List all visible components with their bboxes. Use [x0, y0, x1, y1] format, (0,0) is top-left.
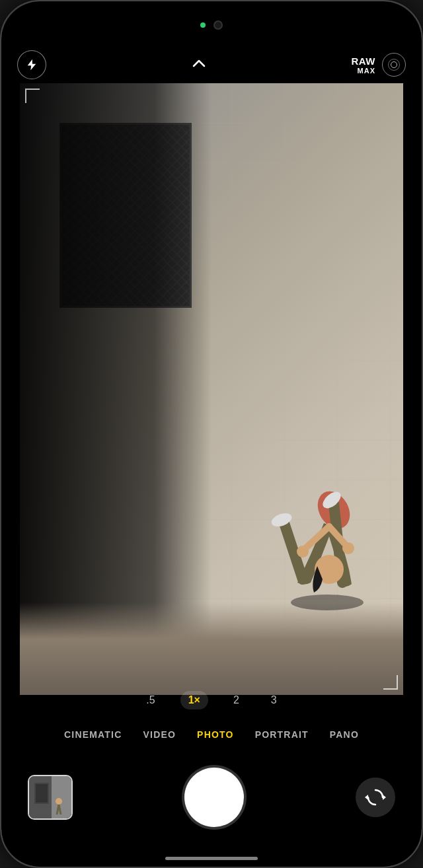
thumbnail-preview [29, 776, 73, 820]
max-label: MAX [352, 67, 376, 75]
flash-icon [25, 58, 38, 71]
flip-camera-button[interactable] [356, 778, 395, 817]
mode-video[interactable]: VIDEO [133, 724, 187, 745]
mode-photo[interactable]: PHOTO [186, 724, 245, 745]
svg-point-9 [342, 542, 354, 554]
photo-thumbnail[interactable] [28, 775, 73, 820]
flip-camera-icon [364, 786, 387, 809]
flash-button[interactable] [17, 50, 46, 79]
camera-scene [20, 83, 403, 695]
shutter-button[interactable] [184, 768, 244, 827]
zoom-2x-button[interactable]: 2 [227, 690, 246, 710]
bottom-controls [1, 754, 422, 840]
viewfinder[interactable] [20, 83, 403, 695]
thumbnail-image [29, 776, 71, 818]
status-indicator [200, 22, 206, 28]
chevron-up-icon [190, 54, 208, 73]
svg-point-8 [297, 546, 309, 558]
mode-pano[interactable]: PANO [319, 724, 369, 745]
corner-bracket-tl [25, 89, 40, 103]
facetime-camera [213, 20, 223, 30]
home-indicator[interactable] [165, 857, 258, 860]
person-figure [231, 378, 377, 629]
svg-point-15 [56, 798, 62, 805]
live-circles-icon [387, 57, 401, 72]
expand-button[interactable] [190, 54, 208, 75]
raw-label: RAW [352, 55, 376, 67]
zoom-controls: .5 1× 2 3 [1, 686, 422, 715]
svg-marker-18 [383, 795, 386, 800]
raw-max-indicator[interactable]: RAW MAX [352, 55, 376, 75]
mode-cinematic[interactable]: CINEMATIC [54, 724, 133, 745]
svg-point-10 [291, 595, 364, 610]
dynamic-island [169, 13, 254, 37]
mode-selector: CINEMATIC VIDEO PHOTO PORTRAIT PANO [1, 720, 422, 749]
zoom-3x-button[interactable]: 3 [264, 690, 284, 710]
phone-frame: RAW MAX [0, 0, 423, 868]
svg-marker-19 [365, 795, 368, 800]
zoom-05-button[interactable]: .5 [139, 690, 161, 710]
camera-top-bar: RAW MAX [1, 46, 422, 83]
svg-rect-14 [36, 784, 48, 803]
phone-screen: RAW MAX [1, 1, 422, 867]
top-right-controls: RAW MAX [352, 53, 406, 77]
mode-portrait[interactable]: PORTRAIT [245, 724, 319, 745]
live-photo-button[interactable] [382, 53, 406, 77]
zoom-1x-button[interactable]: 1× [180, 691, 208, 709]
